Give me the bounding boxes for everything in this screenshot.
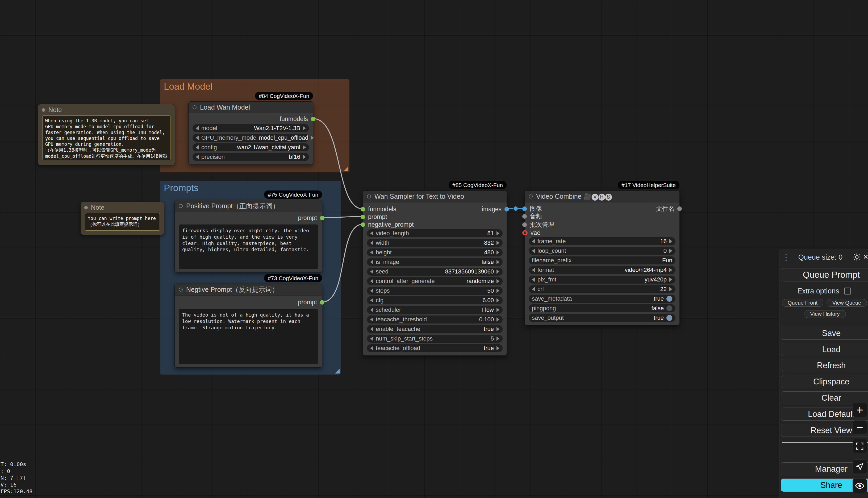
zoom-out-button[interactable]: − bbox=[853, 420, 867, 435]
output-slot-prompt[interactable]: prompt bbox=[298, 299, 324, 306]
node-load-wan-model[interactable]: #84 CogVideoX-Fun Load Wan Model funmode… bbox=[188, 101, 313, 165]
collapse-dot-icon[interactable] bbox=[192, 105, 197, 109]
input-slot-prompt[interactable]: prompt bbox=[361, 213, 387, 221]
collapse-dot-icon[interactable] bbox=[179, 204, 183, 208]
increment-arrow-icon[interactable] bbox=[303, 155, 306, 159]
widget-pix-fmt[interactable]: pix_fmt yuv420p bbox=[529, 276, 676, 284]
widget-loop-count[interactable]: loop_count 0 bbox=[529, 247, 676, 255]
slot-dot-icon[interactable] bbox=[522, 207, 527, 211]
widget-save-metadata[interactable]: save_metadata true bbox=[529, 295, 676, 303]
increment-arrow-icon[interactable] bbox=[496, 327, 499, 331]
widget-teacache-threshold[interactable]: teacache_threshold 0.100 bbox=[367, 315, 503, 324]
decrement-arrow-icon[interactable] bbox=[532, 249, 535, 253]
decrement-arrow-icon[interactable] bbox=[370, 327, 373, 331]
group-resize-handle[interactable] bbox=[344, 167, 348, 171]
increment-arrow-icon[interactable] bbox=[496, 270, 499, 274]
input-slot-image[interactable]: 图像 bbox=[522, 205, 542, 212]
menu-drag-handle-icon[interactable]: ⋮ bbox=[782, 253, 790, 261]
decrement-arrow-icon[interactable] bbox=[370, 231, 373, 235]
slot-dot-icon[interactable] bbox=[361, 215, 365, 219]
increment-arrow-icon[interactable] bbox=[496, 231, 499, 235]
slot-dot-icon[interactable] bbox=[505, 207, 509, 211]
group-title[interactable]: Load Model bbox=[160, 79, 349, 94]
increment-arrow-icon[interactable] bbox=[669, 239, 672, 244]
collapse-dot-icon[interactable] bbox=[84, 206, 88, 209]
decrement-arrow-icon[interactable] bbox=[196, 145, 199, 149]
prompt-textarea[interactable]: fireworks display over night city. The v… bbox=[179, 224, 318, 269]
decrement-arrow-icon[interactable] bbox=[532, 277, 535, 282]
increment-arrow-icon[interactable] bbox=[669, 268, 672, 272]
widget-model[interactable]: model Wan2.1-T2V-1.3B bbox=[192, 124, 309, 132]
select-mode-button[interactable] bbox=[853, 459, 867, 474]
increment-arrow-icon[interactable] bbox=[496, 337, 499, 341]
slot-dot-icon[interactable] bbox=[320, 300, 324, 305]
widget-cfg[interactable]: cfg 6.00 bbox=[367, 296, 503, 304]
zoom-in-button[interactable]: + bbox=[853, 403, 867, 417]
slot-dot-icon[interactable] bbox=[320, 216, 324, 220]
output-slot-images[interactable]: images bbox=[482, 205, 509, 213]
output-slot-funmodels[interactable]: funmodels bbox=[280, 115, 316, 123]
collapse-dot-icon[interactable] bbox=[367, 195, 371, 198]
widget-video-length[interactable]: video_length 81 bbox=[367, 229, 503, 237]
output-slot-filename[interactable]: 文件名 bbox=[656, 205, 682, 212]
increment-arrow-icon[interactable] bbox=[669, 249, 672, 253]
widget-height[interactable]: height 480 bbox=[367, 248, 503, 257]
slot-dot-icon[interactable] bbox=[677, 207, 682, 211]
wire-reroute-dot[interactable] bbox=[513, 206, 518, 211]
input-slot-batch-manager[interactable]: 批次管理 bbox=[522, 221, 554, 228]
widget-filename-prefix[interactable]: filename_prefix Fun bbox=[529, 257, 676, 264]
decrement-arrow-icon[interactable] bbox=[532, 268, 535, 272]
increment-arrow-icon[interactable] bbox=[303, 126, 306, 130]
input-slot-negative-prompt[interactable]: negative_prompt bbox=[361, 221, 414, 228]
widget-gpu-memory-mode[interactable]: GPU_memory_mode model_cpu_offload bbox=[192, 134, 309, 142]
widget-control-after-generate[interactable]: control_after_generate randomize bbox=[367, 277, 503, 285]
decrement-arrow-icon[interactable] bbox=[196, 126, 199, 130]
increment-arrow-icon[interactable] bbox=[496, 308, 499, 312]
note-title-bar[interactable]: Note bbox=[81, 202, 164, 213]
toggle-knob-icon[interactable] bbox=[666, 315, 672, 321]
toggle-knob-icon[interactable] bbox=[666, 296, 672, 302]
note-node-write-prompt[interactable]: Note You can write prompt here （你可以在此填写提… bbox=[80, 202, 164, 235]
collapse-dot-icon[interactable] bbox=[179, 288, 183, 291]
decrement-arrow-icon[interactable] bbox=[532, 239, 535, 244]
clipspace-button[interactable]: Clipspace bbox=[781, 375, 868, 388]
slot-dot-icon[interactable] bbox=[522, 222, 527, 227]
prompt-textarea[interactable]: The video is not of a high quality, it h… bbox=[179, 309, 318, 364]
node-negative-prompt[interactable]: #73 CogVideoX-Fun Negtive Prompt（反向提示词） … bbox=[174, 284, 322, 368]
decrement-arrow-icon[interactable] bbox=[370, 279, 373, 283]
toggle-knob-icon[interactable] bbox=[666, 305, 672, 311]
decrement-arrow-icon[interactable] bbox=[370, 317, 373, 322]
node-title-bar[interactable]: Load Wan Model bbox=[189, 102, 313, 113]
slot-dot-icon[interactable] bbox=[361, 222, 365, 227]
increment-arrow-icon[interactable] bbox=[496, 346, 499, 350]
view-queue-button[interactable]: View Queue bbox=[827, 299, 867, 307]
queue-front-button[interactable]: Queue Front bbox=[782, 299, 823, 307]
widget-width[interactable]: width 832 bbox=[367, 239, 503, 247]
node-graph-canvas[interactable]: Load Model Prompts Note When using the 1… bbox=[0, 0, 868, 498]
increment-arrow-icon[interactable] bbox=[311, 136, 314, 140]
decrement-arrow-icon[interactable] bbox=[532, 287, 535, 291]
widget-format[interactable]: format video/h264-mp4 bbox=[529, 266, 676, 274]
decrement-arrow-icon[interactable] bbox=[370, 241, 373, 245]
load-button[interactable]: Load bbox=[781, 343, 868, 356]
settings-gear-icon[interactable] bbox=[853, 253, 861, 262]
queue-prompt-button[interactable]: Queue Prompt bbox=[781, 268, 868, 281]
clear-button[interactable]: Clear bbox=[781, 391, 868, 404]
widget-crf[interactable]: crf 22 bbox=[529, 285, 676, 293]
decrement-arrow-icon[interactable] bbox=[196, 136, 199, 140]
widget-teacache-offload[interactable]: teacache_offload true bbox=[367, 344, 503, 352]
increment-arrow-icon[interactable] bbox=[496, 289, 499, 293]
increment-arrow-icon[interactable] bbox=[496, 250, 499, 254]
increment-arrow-icon[interactable] bbox=[303, 145, 306, 149]
increment-arrow-icon[interactable] bbox=[669, 287, 672, 291]
widget-num-skip-start-steps[interactable]: num_skip_start_steps 5 bbox=[367, 335, 503, 343]
widget-scheduler[interactable]: scheduler Flow bbox=[367, 306, 503, 314]
note-title-bar[interactable]: Note bbox=[38, 104, 175, 116]
increment-arrow-icon[interactable] bbox=[496, 298, 499, 302]
decrement-arrow-icon[interactable] bbox=[370, 250, 373, 254]
close-icon[interactable]: × bbox=[863, 252, 868, 261]
widget-config[interactable]: config wan2.1/wan_civitai.yaml bbox=[192, 143, 309, 152]
input-slot-vae[interactable]: vae bbox=[522, 229, 540, 236]
increment-arrow-icon[interactable] bbox=[496, 317, 499, 322]
widget-enable-teacache[interactable]: enable_teacache true bbox=[367, 325, 503, 333]
